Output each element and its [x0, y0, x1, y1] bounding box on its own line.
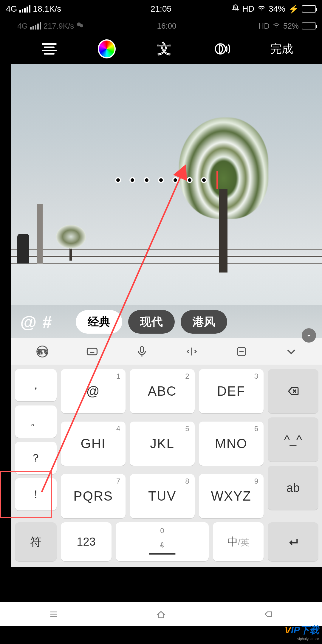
nav-back-button[interactable]: [259, 608, 277, 620]
ime-collapse-button[interactable]: [284, 344, 299, 359]
key-question[interactable]: ？: [15, 442, 57, 474]
svg-rect-6: [87, 348, 97, 355]
inner-battery-icon: [302, 22, 316, 30]
photo-tree: [167, 117, 280, 273]
ime-voice-button[interactable]: [134, 344, 149, 359]
style-classic[interactable]: 经典: [76, 310, 122, 334]
inner-battery-pct: 52%: [283, 21, 299, 31]
key-language[interactable]: 中/英: [213, 522, 264, 561]
battery-pct: 34%: [269, 4, 285, 14]
home-icon: [154, 609, 168, 620]
menu-icon: [48, 610, 60, 619]
photo-canvas[interactable]: [11, 64, 322, 305]
editor-toolbar: 文 完成: [11, 34, 322, 64]
photo-person: [17, 234, 29, 264]
svg-point-3: [215, 44, 225, 54]
network-type: 4G: [6, 4, 17, 14]
wifi-icon: [257, 4, 266, 14]
svg-text:讯飞: 讯飞: [37, 349, 47, 354]
done-button[interactable]: 完成: [270, 41, 293, 57]
key-period[interactable]: 。: [15, 405, 57, 438]
key-comma[interactable]: ，: [15, 369, 57, 401]
key-5-jkl[interactable]: 5JKL: [130, 422, 194, 466]
key-enter[interactable]: [268, 522, 318, 561]
svg-rect-17: [161, 542, 163, 546]
font-style-button[interactable]: 文: [155, 40, 173, 58]
wechat-icon: [76, 21, 84, 31]
svg-rect-11: [140, 346, 143, 352]
ime-clipboard-button[interactable]: [234, 344, 249, 359]
ime-toolbar: 讯飞: [11, 338, 322, 365]
style-hongkong[interactable]: 港风: [181, 310, 227, 334]
collapse-styles-button[interactable]: [302, 328, 316, 343]
key-symbols[interactable]: 符: [15, 522, 57, 561]
color-wheel-icon: [98, 39, 116, 58]
text-style-bar: @ # 经典 现代 港风: [11, 305, 322, 338]
nav-menu-button[interactable]: [45, 608, 63, 620]
align-button[interactable]: [40, 40, 58, 58]
photo-small-tree: [56, 225, 86, 261]
ime-cursor-button[interactable]: [184, 344, 199, 359]
nav-home-button[interactable]: [152, 608, 170, 620]
ime-keyboard-button[interactable]: [85, 344, 100, 359]
clock: 21:05: [151, 4, 171, 14]
key-emoji[interactable]: ^_^: [268, 417, 318, 462]
text-style-icon: 文: [157, 40, 171, 58]
key-8-tuv[interactable]: 8TUV: [130, 474, 194, 518]
align-center-icon: [42, 43, 57, 55]
microphone-icon: [136, 345, 148, 358]
arrow-down-icon: [305, 332, 312, 339]
watermark: VIP下载 viphuiyuan.cc: [284, 624, 319, 641]
charging-icon: ⚡: [288, 4, 299, 14]
inner-network: 4G: [17, 21, 28, 31]
inner-speed: 217.9K/s: [44, 21, 74, 31]
outer-status-bar: 4G 18.1K/s 21:05 HD 34% ⚡: [0, 0, 322, 18]
voice-icon: [213, 40, 230, 58]
inner-status-bar: 4G 217.9K/s 16:00 HD 52%: [11, 18, 322, 34]
signal-icon: [19, 5, 30, 13]
keyboard: ， 。 ？ ！ 1@ 2ABC 3DEF 4GHI 5JKL 6MNO 7PQR…: [11, 365, 322, 567]
hashtag-button[interactable]: #: [43, 312, 52, 332]
inner-wifi-icon: [273, 21, 280, 31]
system-nav-bar: [0, 602, 322, 626]
hd-label: HD: [242, 4, 254, 14]
style-modern[interactable]: 现代: [128, 310, 175, 334]
battery-icon: [302, 5, 316, 13]
inner-signal-icon: [30, 22, 41, 30]
letter-grid: 1@ 2ABC 3DEF 4GHI 5JKL 6MNO 7PQRS 8TUV 9…: [61, 369, 264, 522]
enter-icon: [286, 536, 301, 548]
inner-hd: HD: [258, 21, 270, 31]
app-frame: 4G 217.9K/s 16:00 HD 52% 文: [11, 18, 322, 601]
func-column: ^_^ ab: [268, 369, 318, 522]
punct-column: ， 。 ？ ！: [15, 369, 57, 522]
cursor-move-icon: [185, 346, 199, 357]
key-9-wxyz[interactable]: 9WXYZ: [199, 474, 264, 518]
mention-button[interactable]: @: [20, 312, 37, 332]
keyboard-icon: [86, 345, 99, 358]
key-7-pqrs[interactable]: 7PQRS: [61, 474, 126, 518]
text-cursor: [216, 171, 218, 189]
key-4-ghi[interactable]: 4GHI: [61, 422, 126, 466]
key-exclaim[interactable]: ！: [15, 478, 57, 510]
back-icon: [262, 609, 275, 619]
clipboard-icon: [235, 345, 248, 358]
color-picker-button[interactable]: [98, 40, 116, 58]
key-3-def[interactable]: 3DEF: [199, 369, 264, 413]
chevron-down-icon: [285, 346, 297, 357]
voice-button[interactable]: [213, 40, 231, 58]
net-speed: 18.1K/s: [33, 4, 61, 14]
ime-logo-button[interactable]: 讯飞: [35, 344, 50, 359]
key-ab[interactable]: ab: [268, 466, 318, 510]
key-space[interactable]: 0: [116, 522, 209, 561]
key-1-at[interactable]: 1@: [61, 369, 126, 413]
inner-clock: 16:00: [157, 21, 176, 31]
iflytek-icon: 讯飞: [36, 345, 49, 358]
text-input-overlay[interactable]: [115, 171, 218, 189]
key-numbers[interactable]: 123: [61, 522, 112, 561]
space-mic-icon: [159, 541, 165, 551]
key-2-abc[interactable]: 2ABC: [130, 369, 194, 413]
svg-point-2: [80, 24, 83, 27]
backspace-icon: [285, 385, 301, 397]
key-6-mno[interactable]: 6MNO: [199, 422, 264, 466]
key-backspace[interactable]: [268, 369, 318, 413]
